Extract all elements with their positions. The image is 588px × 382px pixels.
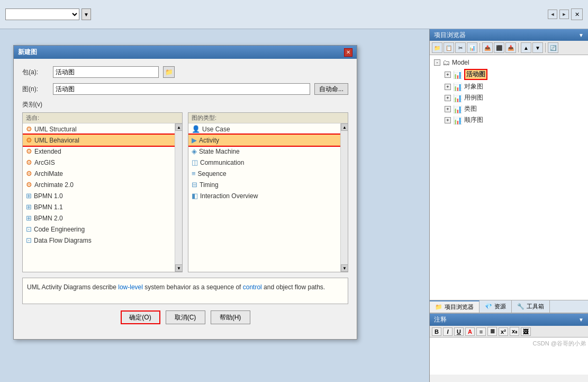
dialog-title: 新建图 xyxy=(18,48,37,57)
list-item-sequence[interactable]: ≡ Sequence xyxy=(188,168,340,179)
close-area-btn[interactable]: ✕ xyxy=(571,8,583,20)
notes-pin-icon[interactable]: ▼ xyxy=(578,317,584,323)
diagram-name-input[interactable] xyxy=(53,83,310,95)
scroll-left-btn[interactable]: ◄ xyxy=(548,10,557,19)
list-item-extended[interactable]: ⚙ Extended xyxy=(23,146,175,157)
notes-bold-btn[interactable]: B xyxy=(432,327,441,336)
arcgis-label: ArcGIS xyxy=(34,159,55,166)
toolbar-ref-btn[interactable]: ⬛ xyxy=(494,42,504,53)
toolbar-export-btn[interactable]: 📤 xyxy=(482,42,493,53)
ok-button[interactable]: 确定(O) xyxy=(121,310,160,324)
tree-root[interactable]: - 🗂 Model xyxy=(432,57,586,68)
list-item-uml-behavioral[interactable]: ⚙ UML Behavioral xyxy=(23,135,175,146)
list-item-use-case[interactable]: 👤 Use Case xyxy=(188,123,340,135)
toolbar-sep-3 xyxy=(545,43,546,52)
tree-area: - 🗂 Model + 📊 活动图 + 📊 对象图 + 📊 用 xyxy=(430,55,588,300)
list-item-timing[interactable]: ⊟ Timing xyxy=(188,179,340,190)
tab-resources-label: 资源 xyxy=(494,303,506,310)
tab-resources-icon: 💎 xyxy=(485,303,492,310)
list-item-data-flow[interactable]: ⊡ Data Flow Diagrams xyxy=(23,235,175,246)
list-item-interaction-overview[interactable]: ◧ Interaction Overview xyxy=(188,190,340,201)
category-label: 类别(v) xyxy=(22,100,348,109)
tree-class-icon: 📊 xyxy=(453,105,462,113)
sequence-label: Sequence xyxy=(198,170,227,177)
notes-italic-btn[interactable]: I xyxy=(443,327,453,336)
right-scroll-down[interactable]: ▼ xyxy=(341,264,348,272)
tree-sequence-expand[interactable]: + xyxy=(445,117,451,123)
tree-activity-expand[interactable]: + xyxy=(445,72,451,78)
notes-superscript-btn[interactable]: x² xyxy=(499,327,508,336)
tree-item-object[interactable]: + 📊 对象图 xyxy=(442,81,586,92)
tree-class-expand[interactable]: + xyxy=(445,106,451,112)
list-item-bpmn20[interactable]: ⊞ BPMN 2.0 xyxy=(23,212,175,224)
list-item-code-engineering[interactable]: ⊡ Code Engineering xyxy=(23,224,175,235)
communication-label: Communication xyxy=(200,159,244,166)
communication-icon: ◫ xyxy=(192,158,198,166)
list-item-archimate[interactable]: ⚙ ArchiMate xyxy=(23,168,175,179)
diagram-name-row: 图(n): 自动命... xyxy=(22,83,348,95)
notes-list-ul-btn[interactable]: ≡ xyxy=(476,327,486,336)
tree-item-class[interactable]: + 📊 类图 xyxy=(442,103,586,114)
interaction-icon: ◧ xyxy=(192,192,198,200)
notes-image-btn[interactable]: 🖼 xyxy=(521,327,531,336)
tree-root-label: Model xyxy=(452,59,469,66)
scroll-right-btn[interactable]: ► xyxy=(559,10,569,19)
toolbar-down-btn[interactable]: ▼ xyxy=(532,42,543,53)
list-item-archimate20[interactable]: ⚙ Archimate 2.0 xyxy=(23,179,175,190)
notes-color-btn[interactable]: A xyxy=(465,327,475,336)
help-button[interactable]: 帮助(H) xyxy=(211,310,250,324)
list-item-communication[interactable]: ◫ Communication xyxy=(188,157,340,168)
auto-name-btn[interactable]: 自动命... xyxy=(314,83,348,95)
package-row: 包(a): 📁 xyxy=(22,66,348,78)
list-item-bpmn11[interactable]: ⊞ BPMN 1.1 xyxy=(23,201,175,212)
state-machine-label: State Machine xyxy=(199,148,240,155)
tree-item-sequence[interactable]: + 📊 顺序图 xyxy=(442,114,586,126)
tab-browser[interactable]: 📁 项目浏览器 xyxy=(430,300,480,313)
list-item-bpmn10[interactable]: ⊞ BPMN 1.0 xyxy=(23,190,175,201)
notes-panel: 注释 ▼ B I U A ≡ ≣ x² x₂ 🖼 CSDN @谷哥的小弟 xyxy=(430,313,588,382)
dropdown-arrow[interactable]: ▼ xyxy=(82,8,91,20)
left-scroll-down[interactable]: ▼ xyxy=(175,264,183,272)
sequence-icon: ≡ xyxy=(192,170,196,177)
tree-object-expand[interactable]: + xyxy=(445,84,451,90)
category-list-inner: ⚙ UML Structural ⚙ UML Behavioral ⚙ Exte… xyxy=(23,123,182,272)
tab-toolbox-icon: 🔧 xyxy=(517,303,524,310)
toolbar-copy-btn[interactable]: 📋 xyxy=(444,42,454,53)
list-item-arcgis[interactable]: ⚙ ArcGIS xyxy=(23,157,175,168)
notes-subscript-btn[interactable]: x₂ xyxy=(510,327,519,336)
list-item-state-machine[interactable]: ◈ State Machine xyxy=(188,146,340,157)
package-folder-btn[interactable]: 📁 xyxy=(163,66,175,78)
list-item-activity[interactable]: ▶ Activity xyxy=(188,135,340,146)
toolbar-delete-btn[interactable]: ✂ xyxy=(455,42,466,53)
tree-usecase-expand[interactable]: + xyxy=(445,95,451,101)
toolbar-new-btn[interactable]: 📁 xyxy=(432,42,442,53)
toolbar-refresh-btn[interactable]: 🔄 xyxy=(548,42,558,53)
pin-icon[interactable]: ▼ xyxy=(578,32,584,38)
notes-content: CSDN @谷哥的小弟 xyxy=(430,337,588,375)
tab-bar: 📁 项目浏览器 💎 资源 🔧 工具箱 xyxy=(430,300,588,313)
right-scroll-up[interactable]: ▲ xyxy=(341,123,348,131)
package-input[interactable] xyxy=(53,66,159,78)
tree-item-usecase[interactable]: + 📊 用例图 xyxy=(442,92,586,103)
tab-browser-label: 项目浏览器 xyxy=(445,303,474,311)
cancel-button[interactable]: 取消(C) xyxy=(166,310,205,324)
toolbar-diagram-btn[interactable]: 📊 xyxy=(467,42,477,53)
tree-root-expand[interactable]: - xyxy=(434,59,440,66)
notes-list-ol-btn[interactable]: ≣ xyxy=(487,327,497,336)
left-scroll-up[interactable]: ▲ xyxy=(175,123,183,131)
tab-toolbox-label: 工具箱 xyxy=(527,303,544,310)
tab-resources[interactable]: 💎 资源 xyxy=(480,300,512,313)
uml-structural-label: UML Structural xyxy=(34,126,77,133)
type-list-items: 👤 Use Case ▶ Activity ◈ State Machine xyxy=(188,123,340,272)
toolbar-up-btn[interactable]: ▲ xyxy=(521,42,531,53)
top-bar-dropdown[interactable] xyxy=(5,8,79,20)
tab-toolbox[interactable]: 🔧 工具箱 xyxy=(512,300,550,313)
tree-item-activity[interactable]: + 📊 活动图 xyxy=(442,68,586,81)
dialog-close-button[interactable]: ✕ xyxy=(344,48,352,57)
bpmn20-icon: ⊞ xyxy=(26,214,32,222)
timing-label: Timing xyxy=(200,181,219,189)
list-item-uml-structural[interactable]: ⚙ UML Structural xyxy=(23,123,175,135)
notes-underline-btn[interactable]: U xyxy=(454,327,464,336)
top-bar: ▼ ◄ ► ✕ xyxy=(0,0,588,29)
toolbar-import-btn[interactable]: 📥 xyxy=(505,42,516,53)
